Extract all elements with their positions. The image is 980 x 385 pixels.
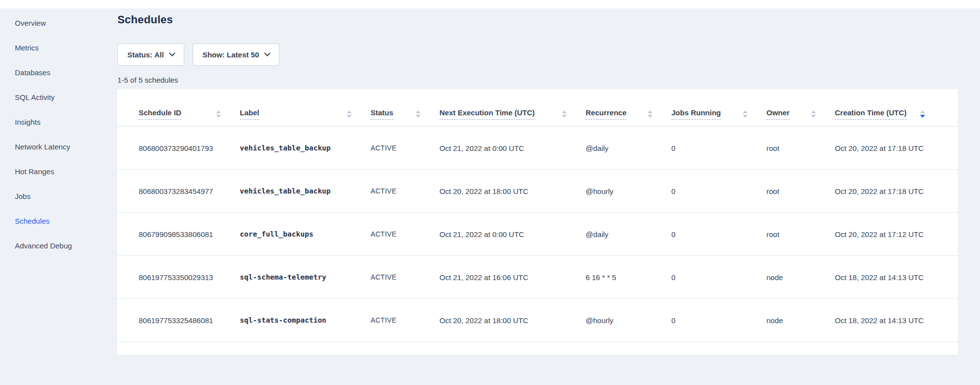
sidebar-item-label: Overview xyxy=(15,19,46,27)
sidebar-item-label: Databases xyxy=(15,68,51,77)
sidebar-item-network-latency[interactable]: Network Latency xyxy=(0,135,117,159)
sidebar-item-sql-activity[interactable]: SQL Activity xyxy=(0,85,117,110)
cell-next-execution-time: Oct 21, 2022 at 0:00 UTC xyxy=(439,230,586,239)
sort-arrows-icon xyxy=(216,110,221,118)
cell-schedule-id: 806799098533806081 xyxy=(139,230,240,239)
column-header-jobs-running[interactable]: Jobs Running xyxy=(671,108,766,126)
sort-arrows-icon xyxy=(811,110,816,118)
table-row[interactable]: 806799098533806081 core_full_backups ACT… xyxy=(117,213,958,256)
cell-status: ACTIVE xyxy=(371,316,439,324)
column-header-label: Status xyxy=(371,108,393,120)
cell-label: sql-schema-telemetry xyxy=(240,273,371,281)
cell-recurrence: @daily xyxy=(586,144,671,152)
sort-arrows-icon xyxy=(416,110,421,118)
sidebar-item-jobs[interactable]: Jobs xyxy=(0,184,117,209)
cell-label: core_full_backups xyxy=(240,230,371,238)
page-title: Schedules xyxy=(117,13,173,26)
top-bar xyxy=(0,0,980,8)
filter-button-label: Status: All xyxy=(127,50,164,59)
table-row[interactable]: 806800373283454977 vehicles_table_backup… xyxy=(117,170,958,213)
filters-toolbar: Status: All Show: Latest 50 xyxy=(117,44,279,66)
sidebar-item-schedules[interactable]: Schedules xyxy=(0,209,117,234)
sort-down-icon xyxy=(216,115,221,118)
cell-jobs-running: 0 xyxy=(671,316,766,325)
cell-jobs-running: 0 xyxy=(671,273,766,282)
sidebar-item-label: Network Latency xyxy=(15,143,70,151)
sort-down-icon xyxy=(811,115,816,118)
status-filter-button[interactable]: Status: All xyxy=(117,44,184,66)
sidebar-item-label: Insights xyxy=(15,118,41,126)
column-header-schedule-id[interactable]: Schedule ID xyxy=(139,108,240,126)
sort-up-icon xyxy=(811,110,816,113)
column-header-owner[interactable]: Owner xyxy=(766,108,835,126)
sort-down-icon xyxy=(347,115,352,118)
cell-label: vehicles_table_backup xyxy=(240,144,371,152)
sidebar-item-overview[interactable]: Overview xyxy=(0,11,117,36)
column-header-label: Owner xyxy=(766,108,790,120)
table-row[interactable]: 806197753325486081 sql-stats-compaction … xyxy=(117,299,958,342)
results-summary: 1-5 of 5 schedules xyxy=(117,76,178,84)
sort-down-icon xyxy=(920,115,925,118)
cell-owner: root xyxy=(766,230,835,239)
sidebar-item-label: Schedules xyxy=(15,217,50,225)
sort-up-icon xyxy=(216,110,221,113)
column-header-label: Recurrence xyxy=(586,108,627,120)
sort-down-icon xyxy=(562,115,567,118)
sidebar-item-advanced-debug[interactable]: Advanced Debug xyxy=(0,234,117,258)
sort-up-icon xyxy=(347,110,352,113)
cell-owner: node xyxy=(766,273,835,282)
cell-status: ACTIVE xyxy=(371,187,439,195)
cell-schedule-id: 806197753350029313 xyxy=(139,273,240,282)
cell-recurrence: @hourly xyxy=(586,187,671,195)
schedules-table-card: Schedule ID Label Status Next Execution … xyxy=(117,89,958,355)
column-header-recurrence[interactable]: Recurrence xyxy=(586,108,671,126)
table-row[interactable]: 806800373290401793 vehicles_table_backup… xyxy=(117,127,958,170)
cell-recurrence: @hourly xyxy=(586,316,671,325)
sidebar-item-databases[interactable]: Databases xyxy=(0,60,117,85)
cell-next-execution-time: Oct 21, 2022 at 0:00 UTC xyxy=(439,144,586,152)
cell-schedule-id: 806197753325486081 xyxy=(139,316,240,325)
cell-label: sql-stats-compaction xyxy=(240,316,371,324)
table-header-row: Schedule ID Label Status Next Execution … xyxy=(117,89,958,127)
cell-creation-time: Oct 20, 2022 at 17:18 UTC xyxy=(835,144,944,152)
column-header-label[interactable]: Label xyxy=(240,108,371,126)
filter-button-label: Show: Latest 50 xyxy=(203,50,259,59)
sort-arrows-icon xyxy=(743,110,748,118)
sidebar-item-metrics[interactable]: Metrics xyxy=(0,36,117,60)
sidebar-nav: Overview Metrics Databases SQL Activity … xyxy=(0,8,117,258)
sidebar-item-insights[interactable]: Insights xyxy=(0,110,117,135)
table-row[interactable]: 806197753350029313 sql-schema-telemetry … xyxy=(117,256,958,299)
show-filter-button[interactable]: Show: Latest 50 xyxy=(193,44,279,66)
cell-status: ACTIVE xyxy=(371,144,439,152)
cell-jobs-running: 0 xyxy=(671,144,766,152)
sidebar-item-label: SQL Activity xyxy=(15,93,54,101)
cell-label: vehicles_table_backup xyxy=(240,187,371,195)
column-header-label: Label xyxy=(240,108,259,120)
sidebar-item-label: Hot Ranges xyxy=(15,167,54,176)
cell-creation-time: Oct 20, 2022 at 17:18 UTC xyxy=(835,187,944,195)
cell-jobs-running: 0 xyxy=(671,230,766,239)
cell-next-execution-time: Oct 20, 2022 at 18:00 UTC xyxy=(439,316,586,325)
table-body: 806800373290401793 vehicles_table_backup… xyxy=(117,127,958,342)
sort-down-icon xyxy=(743,115,748,118)
sidebar-item-hot-ranges[interactable]: Hot Ranges xyxy=(0,159,117,184)
sort-up-icon xyxy=(648,110,653,113)
cell-creation-time: Oct 20, 2022 at 17:12 UTC xyxy=(835,230,944,239)
sort-up-icon xyxy=(416,110,421,113)
sort-arrows-icon xyxy=(648,110,653,118)
chevron-down-icon xyxy=(169,50,175,56)
column-header-next-execution-time-utc[interactable]: Next Execution Time (UTC) xyxy=(439,108,586,126)
cell-status: ACTIVE xyxy=(371,273,439,281)
cell-recurrence: @daily xyxy=(586,230,671,239)
column-header-creation-time-utc[interactable]: Creation Time (UTC) xyxy=(835,108,944,126)
cell-status: ACTIVE xyxy=(371,230,439,238)
sidebar-item-label: Advanced Debug xyxy=(15,241,72,250)
column-header-status[interactable]: Status xyxy=(371,108,439,126)
column-header-label: Jobs Running xyxy=(671,108,721,120)
sort-arrows-icon xyxy=(920,110,925,118)
sort-down-icon xyxy=(416,115,421,118)
sort-up-icon xyxy=(743,110,748,113)
sort-up-icon xyxy=(920,110,925,113)
sort-down-icon xyxy=(648,115,653,118)
cell-next-execution-time: Oct 20, 2022 at 18:00 UTC xyxy=(439,187,586,195)
